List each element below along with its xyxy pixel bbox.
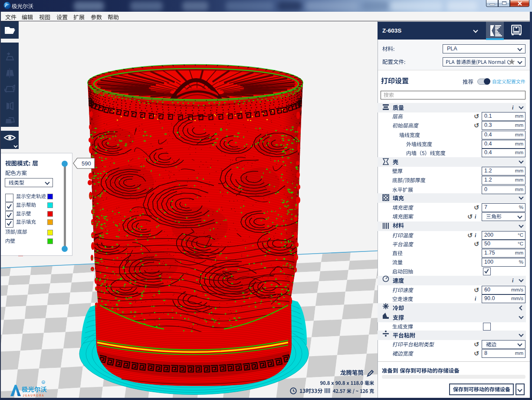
svg-text:590: 590 [82, 160, 91, 167]
